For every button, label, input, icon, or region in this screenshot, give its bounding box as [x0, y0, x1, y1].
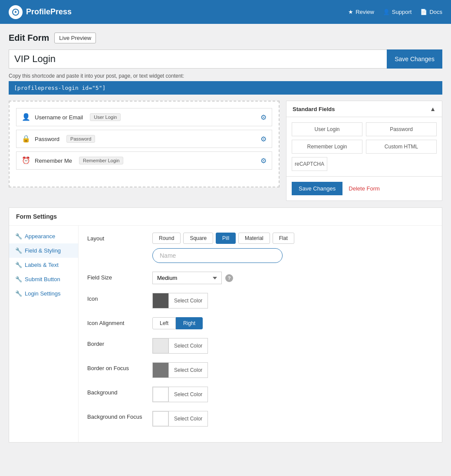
background-label: Background [87, 387, 144, 396]
border-focus-color-button[interactable]: Select Color [152, 362, 208, 378]
star-icon: ★ [348, 9, 353, 15]
border-focus-swatch [153, 363, 168, 378]
background-focus-setting: Background on Focus Select Color [87, 411, 433, 427]
sf-recaptcha[interactable]: reCAPTCHA [292, 157, 327, 171]
layout-flat[interactable]: Flat [273, 233, 294, 244]
field-badge: Remember Login [79, 157, 123, 164]
sf-custom-html[interactable]: Custom HTML [366, 140, 437, 154]
field-label: Username or Email [35, 114, 83, 121]
panel-actions: Save Changes Delete Form [286, 176, 442, 200]
user-icon: 👤 [383, 9, 390, 15]
border-value: Select Color [152, 338, 433, 354]
align-buttons: Left Right [152, 317, 433, 329]
sidebar-item-submit-button[interactable]: 🔧 Submit Button [9, 272, 78, 286]
wrench-icon: 🔧 [15, 247, 22, 254]
sidebar-item-login-settings[interactable]: 🔧 Login Settings [9, 286, 78, 301]
icon-alignment-setting: Icon Alignment Left Right [87, 317, 433, 329]
wrench-icon: 🔧 [15, 262, 22, 268]
icon-color-button[interactable]: Select Color [152, 293, 208, 309]
main-content: Edit Form Live Preview Save Changes Copy… [0, 24, 451, 451]
field-label: Password [35, 136, 59, 142]
settings-content: Layout Round Square Pill Material Flat N… [79, 226, 442, 442]
border-select-label: Select Color [168, 338, 207, 353]
field-row: 🔒 Password Password ⚙ [16, 130, 272, 148]
docs-icon: 📄 [420, 9, 427, 15]
settings-sidebar: 🔧 Appearance 🔧 Field & Styling 🔧 Labels … [9, 226, 79, 442]
standard-fields-grid: User Login Password Remember Login Custo… [286, 117, 442, 176]
sidebar-item-labels-text[interactable]: 🔧 Labels & Text [9, 258, 78, 272]
icon-color-swatch [153, 293, 168, 308]
icon-label: Icon [87, 293, 144, 302]
logo-icon [9, 5, 23, 19]
wrench-icon: 🔧 [15, 276, 22, 282]
field-size-setting: Field Size Small Medium Large ? [87, 272, 433, 284]
page-title: Edit Form [9, 33, 49, 43]
field-size-select[interactable]: Small Medium Large [152, 272, 222, 284]
nav-links: ★ Review 👤 Support 📄 Docs [348, 9, 442, 15]
border-label: Border [87, 338, 144, 347]
sidebar-item-field-styling[interactable]: 🔧 Field & Styling [9, 243, 78, 258]
top-nav: ProfilePress ★ Review 👤 Support 📄 Docs [0, 0, 451, 24]
field-row: 👤 Username or Email User Login ⚙ [16, 108, 272, 126]
border-color-swatch [153, 338, 168, 353]
two-col-layout: 👤 Username or Email User Login ⚙ 🔒 Passw… [9, 101, 442, 201]
standard-fields-title: Standard Fields [293, 106, 335, 112]
field-gear-icon[interactable]: ⚙ [260, 113, 267, 121]
wrench-icon: 🔧 [15, 290, 22, 297]
background-focus-label: Background on Focus [87, 411, 144, 420]
layout-round[interactable]: Round [152, 233, 181, 244]
wrench-icon: 🔧 [15, 233, 22, 240]
layout-square[interactable]: Square [183, 233, 213, 244]
standard-fields-header: Standard Fields ▲ [286, 101, 442, 117]
background-select-label: Select Color [168, 387, 207, 402]
nav-review[interactable]: ★ Review [348, 9, 374, 15]
field-badge: User Login [90, 113, 121, 121]
background-swatch [153, 387, 168, 402]
layout-preview: Name [152, 248, 283, 263]
field-gear-icon[interactable]: ⚙ [260, 157, 267, 165]
layout-pill[interactable]: Pill [216, 233, 236, 244]
field-size-value: Small Medium Large ? [152, 272, 433, 284]
layout-material[interactable]: Material [238, 233, 270, 244]
sf-user-login[interactable]: User Login [292, 122, 362, 136]
icon-setting: Icon Select Color [87, 293, 433, 309]
background-focus-color-button[interactable]: Select Color [152, 411, 208, 427]
form-settings-body: 🔧 Appearance 🔧 Field & Styling 🔧 Labels … [9, 226, 442, 442]
field-gear-icon[interactable]: ⚙ [260, 135, 267, 143]
save-changes-button-top[interactable]: Save Changes [387, 49, 442, 69]
form-fields-preview: 👤 Username or Email User Login ⚙ 🔒 Passw… [9, 101, 280, 187]
collapse-icon[interactable]: ▲ [430, 105, 436, 112]
delete-form-link[interactable]: Delete Form [349, 185, 380, 192]
brand-logo: ProfilePress [9, 5, 72, 19]
form-name-input[interactable] [9, 49, 387, 69]
layout-setting: Layout Round Square Pill Material Flat N… [87, 233, 433, 263]
help-icon[interactable]: ? [225, 274, 233, 282]
form-name-row: Save Changes [9, 49, 442, 69]
background-value: Select Color [152, 387, 433, 402]
form-fields-col: 👤 Username or Email User Login ⚙ 🔒 Passw… [9, 101, 280, 201]
background-focus-swatch [153, 411, 168, 426]
lock-field-icon: 🔒 [22, 135, 30, 143]
sf-password[interactable]: Password [366, 122, 437, 136]
icon-value: Select Color [152, 293, 433, 309]
background-color-button[interactable]: Select Color [152, 387, 208, 402]
shortcode-box[interactable]: [profilepress-login id="5"] [9, 81, 442, 95]
layout-buttons: Round Square Pill Material Flat [152, 233, 433, 244]
align-left-button[interactable]: Left [152, 317, 176, 329]
field-size-label: Field Size [87, 272, 144, 281]
align-right-button[interactable]: Right [176, 317, 203, 329]
nav-docs[interactable]: 📄 Docs [420, 9, 442, 15]
save-changes-button-panel[interactable]: Save Changes [292, 182, 342, 195]
user-field-icon: 👤 [22, 113, 30, 121]
border-color-button[interactable]: Select Color [152, 338, 208, 354]
border-focus-label: Border on Focus [87, 362, 144, 371]
icon-alignment-label: Icon Alignment [87, 317, 144, 326]
icon-alignment-value: Left Right [152, 317, 433, 329]
form-settings-panel: Form Settings 🔧 Appearance 🔧 Field & Sty… [9, 207, 442, 443]
live-preview-button[interactable]: Live Preview [54, 33, 96, 43]
sf-remember-login[interactable]: Remember Login [292, 140, 362, 154]
layout-value: Round Square Pill Material Flat Name [152, 233, 433, 263]
sidebar-item-appearance[interactable]: 🔧 Appearance [9, 229, 78, 243]
nav-support[interactable]: 👤 Support [383, 9, 412, 15]
background-focus-select-label: Select Color [168, 411, 207, 426]
